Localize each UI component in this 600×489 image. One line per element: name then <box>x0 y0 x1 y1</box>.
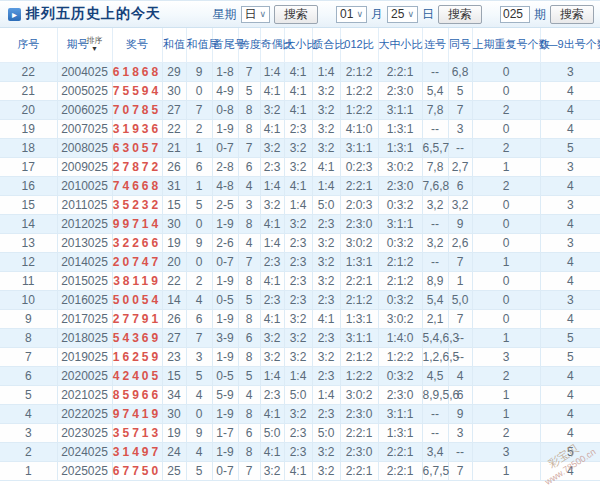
cell-sum-tail: 6 <box>186 309 212 328</box>
cell-serial: 16 <box>0 176 57 195</box>
issue-input[interactable] <box>500 6 530 23</box>
table-row: 62020025424051550-551:41:42:31:2:20:3:24… <box>0 366 600 385</box>
cell-sum: 30 <box>162 81 186 100</box>
cell-012-ratio: 1:2:2 <box>340 81 378 100</box>
cell-big-mid-small: 2:2:1 <box>378 442 422 461</box>
cell-big-mid-small: 3:1:1 <box>378 214 422 233</box>
cell-sum: 21 <box>162 138 186 157</box>
issue-label: 期 <box>534 6 546 23</box>
cell-sum-tail: 0 <box>186 252 212 271</box>
cell-span: 7 <box>238 62 260 81</box>
cell-sum: 26 <box>162 157 186 176</box>
cell-digit-count: 5 <box>540 138 600 157</box>
cell-min-max: 1-9 <box>212 119 238 138</box>
cell-012-ratio: 1:3:1 <box>340 252 378 271</box>
cell-serial: 2 <box>0 442 57 461</box>
cell-span: 5 <box>238 366 260 385</box>
cell-span: 5 <box>238 290 260 309</box>
page-title: 排列五历史上的今天 <box>26 5 161 23</box>
table-row: 172009025278722662-862:33:24:10:2:33:0:2… <box>0 157 600 176</box>
cell-digit-count: 5 <box>540 442 600 461</box>
cell-consecutive: 6,7,5 <box>422 461 448 480</box>
cell-repeat-count: 1 <box>472 404 540 423</box>
cell-serial: 11 <box>0 271 57 290</box>
date-search-button[interactable]: 搜索 <box>438 5 482 24</box>
cell-012-ratio: 1:2:2 <box>340 100 378 119</box>
cell-odd-even: 3:2 <box>260 195 284 214</box>
cell-sum-tail: 2 <box>186 119 212 138</box>
cell-min-max: 1-9 <box>212 442 238 461</box>
cell-min-max: 0-7 <box>212 461 238 480</box>
table-row: 222004025618682991-871:44:11:42:1:22:2:1… <box>0 62 600 81</box>
month-label: 月 <box>371 6 383 23</box>
cell-odd-even: 2:3 <box>260 157 284 176</box>
cell-span: 3 <box>238 195 260 214</box>
cell-consecutive: -- <box>422 119 448 138</box>
cell-odd-even: 3:2 <box>260 100 284 119</box>
cell-winning-number: 97419 <box>112 404 162 423</box>
cell-same-number: 3,2 <box>448 195 472 214</box>
cell-big-small: 2:3 <box>284 442 312 461</box>
cell-prime-composite: 3:2 <box>312 271 340 290</box>
cell-span: 5 <box>238 81 260 100</box>
cell-same-number: 5,0 <box>448 290 472 309</box>
cell-serial: 13 <box>0 233 57 252</box>
cell-big-mid-small: 2:2:1 <box>378 461 422 480</box>
cell-odd-even: 3:2 <box>260 138 284 157</box>
cell-min-max: 4-8 <box>212 176 238 195</box>
cell-big-mid-small: 2:1:2 <box>378 252 422 271</box>
chevron-down-icon: ∨ <box>260 9 267 19</box>
cell-digit-count: 4 <box>540 81 600 100</box>
week-search-button[interactable]: 搜索 <box>274 5 318 24</box>
cell-prime-composite: 3:2 <box>312 233 340 252</box>
cell-consecutive: 2,1 <box>422 309 448 328</box>
cell-odd-even: 3:2 <box>260 347 284 366</box>
cell-winning-number: 70785 <box>112 100 162 119</box>
cell-repeat-count: 0 <box>472 195 540 214</box>
cell-winning-number: 74668 <box>112 176 162 195</box>
table-row: 192007025319362221-984:12:33:24:1:01:3:1… <box>0 119 600 138</box>
week-select[interactable]: 日 ∨ <box>241 6 271 23</box>
issue-search-button[interactable]: 搜索 <box>550 5 594 24</box>
cell-big-small: 3:2 <box>284 309 312 328</box>
table-row: 142012025997143001-984:13:22:32:3:03:1:1… <box>0 214 600 233</box>
cell-big-mid-small: 2:3:0 <box>378 176 422 195</box>
cell-min-max: 1-9 <box>212 404 238 423</box>
cell-012-ratio: 2:1:2 <box>340 290 378 309</box>
cell-min-max: 0-8 <box>212 100 238 119</box>
table-row: 202006025707852770-883:24:13:21:2:23:1:1… <box>0 100 600 119</box>
cell-sum-tail: 6 <box>186 157 212 176</box>
cell-sum-tail: 7 <box>186 100 212 119</box>
cell-sum: 14 <box>162 290 186 309</box>
day-label: 日 <box>422 6 434 23</box>
cell-sum-tail: 9 <box>186 423 212 442</box>
cell-odd-even: 4:1 <box>260 271 284 290</box>
sort-control[interactable]: 排序 ▼ <box>87 37 103 52</box>
cell-012-ratio: 2:1:2 <box>340 347 378 366</box>
day-select-value: 25 <box>391 7 404 21</box>
col-min-max: 首尾号 <box>212 28 238 62</box>
cell-span: 8 <box>238 119 260 138</box>
cell-prime-composite: 2:3 <box>312 328 340 347</box>
cell-same-number: 3 <box>448 119 472 138</box>
month-select[interactable]: 01 ∨ <box>336 6 367 23</box>
table-row: 32023025357131991-765:02:35:02:2:11:3:1-… <box>0 423 600 442</box>
cell-issue: 2018025 <box>57 328 112 347</box>
cell-sum-tail: 5 <box>186 461 212 480</box>
cell-span: 7 <box>238 461 260 480</box>
day-select[interactable]: 25 ∨ <box>387 6 418 23</box>
cell-span: 8 <box>238 271 260 290</box>
cell-issue: 2017025 <box>57 309 112 328</box>
table-row: 82018025543692773-963:23:22:33:1:11:4:05… <box>0 328 600 347</box>
cell-012-ratio: 2:2:1 <box>340 461 378 480</box>
cell-same-number: -- <box>448 442 472 461</box>
cell-repeat-count: 3 <box>472 347 540 366</box>
table-row: 152011025352321552-533:21:45:02:0:30:3:2… <box>0 195 600 214</box>
cell-012-ratio: 3:0:2 <box>340 233 378 252</box>
cell-digit-count: 3 <box>540 157 600 176</box>
cell-digit-count: 4 <box>540 100 600 119</box>
cell-sum-tail: 9 <box>186 62 212 81</box>
cell-digit-count: 4 <box>540 461 600 480</box>
cell-digit-count: 3 <box>540 290 600 309</box>
cell-odd-even: 3:2 <box>260 328 284 347</box>
